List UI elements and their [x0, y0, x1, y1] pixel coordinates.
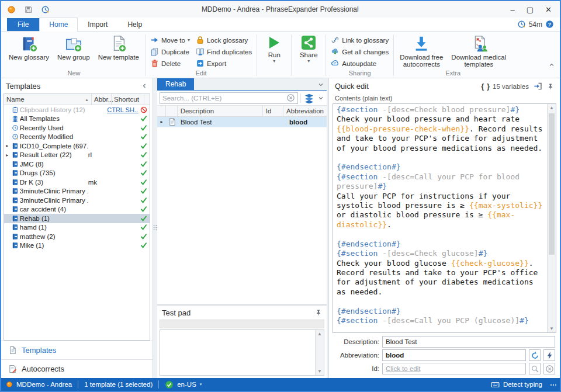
contents-scrollbar[interactable]: ▲▼ — [547, 104, 556, 332]
download-medical-button[interactable]: Rx Download medical templates — [447, 34, 510, 69]
tree-item-name: 3minuteClinic Primary ... — [20, 188, 88, 195]
regenerate-abbreviation-button[interactable] — [529, 349, 541, 361]
enabled-check-icon — [140, 169, 147, 176]
svg-text:?: ? — [548, 22, 551, 27]
status-locale[interactable]: en-US ▾ — [159, 380, 207, 389]
session-clock-icon[interactable] — [517, 20, 526, 29]
download-icon — [413, 35, 430, 53]
template-tree-row[interactable]: Dr K (3)mk — [4, 178, 150, 187]
disabled-icon — [140, 106, 147, 113]
column-shortcut[interactable]: Shortcut — [112, 94, 144, 105]
template-tree-row[interactable]: 3minuteClinic Primary ... — [4, 196, 150, 205]
template-tree-row[interactable]: car accident (4) — [4, 205, 150, 214]
template-tree-row[interactable]: Recently Used — [4, 123, 150, 133]
nav-templates[interactable]: Templates — [1, 341, 153, 359]
detect-typing[interactable]: Detect typing — [503, 381, 542, 388]
autoupdate-button[interactable]: Autoupdate — [328, 58, 392, 69]
description-field[interactable]: Blood Test — [382, 336, 555, 348]
tab-list-dropdown-icon[interactable] — [317, 81, 324, 88]
template-tree-row[interactable]: ▸ICD10_Complete (697... — [4, 141, 150, 151]
new-template-button[interactable]: New template — [94, 34, 143, 62]
column-status — [144, 94, 150, 105]
expand-icon[interactable]: ▸ — [4, 152, 11, 158]
template-tree-row[interactable]: hamd (1) — [4, 223, 150, 233]
template-row-blood-test[interactable]: ▸ Blood Test blood — [157, 117, 327, 127]
new-group-button[interactable]: New group — [53, 34, 94, 62]
search-box[interactable] — [160, 92, 298, 104]
maximize-button[interactable]: ▢ — [527, 5, 534, 14]
template-tree-row[interactable]: Recently Modified — [4, 133, 150, 142]
export-icon — [196, 59, 205, 68]
test-pad-scrollbar[interactable]: ▲▼ — [315, 330, 324, 375]
share-button[interactable]: Share ▾ — [293, 34, 324, 64]
template-tree-row[interactable]: Rehab (1) — [4, 214, 150, 223]
download-autocorrects-button[interactable]: Download free autocorrects — [396, 34, 447, 69]
tab-home[interactable]: Home — [39, 18, 78, 32]
bookb-icon — [12, 206, 19, 213]
tab-import[interactable]: Import — [78, 18, 117, 31]
column-description[interactable]: Description — [178, 106, 263, 116]
search-options-dropdown-icon[interactable] — [317, 95, 324, 102]
duplicate-button[interactable]: Duplicate — [147, 46, 193, 57]
template-tree-row[interactable]: ▸Result Letter (22)rl — [4, 151, 150, 160]
find-duplicates-button[interactable]: Find duplicates — [193, 46, 255, 57]
expand-icon[interactable]: ▸ — [4, 143, 11, 148]
tree-item-shortcut[interactable]: CTRL SH... — [107, 106, 138, 113]
test-pad-input[interactable]: ▲▼ — [160, 329, 324, 376]
column-abbr[interactable]: Abbr... — [92, 94, 112, 105]
variables-count[interactable]: 15 variables — [493, 83, 529, 90]
column-abbreviation[interactable]: Abbreviation — [283, 106, 327, 116]
tree-item-name: hamd (1) — [20, 224, 88, 231]
template-contents-editor[interactable]: {#section -[desc=Check blood pressure]#}… — [333, 103, 556, 333]
glossaries-icon[interactable] — [303, 93, 315, 103]
id-clear-button[interactable] — [543, 363, 555, 374]
abbreviation-suggest-button[interactable] — [543, 349, 555, 361]
template-tree-row[interactable]: 3minuteClinic Primary ... — [4, 187, 150, 196]
run-button[interactable]: Run ▾ — [259, 34, 289, 64]
get-all-changes-button[interactable]: Get all changes — [328, 46, 392, 57]
move-to-button[interactable]: Move to ▾ — [147, 34, 193, 46]
tab-file[interactable]: File — [7, 18, 39, 31]
export-button[interactable]: Export — [193, 58, 255, 69]
column-name[interactable]: Name ▲ — [4, 94, 92, 105]
collapse-panel-icon[interactable] — [141, 82, 148, 89]
bookb-icon — [12, 233, 19, 240]
panel-splitter[interactable] — [153, 78, 157, 378]
help-icon[interactable]: ? — [545, 20, 554, 29]
row-expand-icon[interactable]: ▸ — [157, 119, 166, 124]
id-search-button[interactable] — [529, 363, 541, 374]
new-glossary-button[interactable]: New glossary — [5, 34, 53, 62]
open-editor-icon[interactable] — [534, 82, 542, 91]
clock-icon[interactable] — [41, 5, 50, 14]
tab-help[interactable]: Help — [117, 18, 152, 31]
minimize-button[interactable]: – — [511, 5, 515, 14]
template-tree-row[interactable]: All Templates — [4, 115, 150, 124]
status-profile[interactable]: MDDemo - Andrea — [16, 381, 72, 388]
template-tree-row[interactable]: matthew (2) — [4, 232, 150, 241]
nav-autocorrects[interactable]: Autocorrects — [1, 359, 153, 378]
column-id[interactable]: Id — [263, 106, 283, 116]
search-input[interactable] — [162, 95, 286, 102]
quick-edit-pin-icon[interactable] — [547, 83, 554, 90]
template-tree-row[interactable]: JMC (8) — [4, 159, 150, 169]
close-button[interactable]: ✕ — [545, 5, 552, 14]
delete-button[interactable]: Delete — [147, 58, 193, 69]
enabled-check-icon — [140, 151, 147, 158]
template-tree-row[interactable]: Drugs (735) — [4, 169, 150, 178]
link-to-glossary-button[interactable]: Link to glossary — [328, 34, 392, 46]
template-tree-row[interactable]: Clipboard History (12)CTRL SH... — [4, 105, 150, 115]
id-field[interactable]: Click to edit — [382, 363, 526, 374]
clockb-icon — [12, 124, 19, 131]
magnifier-icon — [531, 365, 539, 373]
template-tree-row[interactable]: Mike (1) — [4, 241, 150, 251]
abbreviation-field[interactable]: blood — [382, 349, 526, 361]
save-icon[interactable] — [24, 5, 33, 14]
glossary-tab-rehab[interactable]: Rehab — [157, 78, 194, 90]
lock-glossary-button[interactable]: Lock glossary — [193, 34, 255, 46]
resize-grip[interactable] — [550, 383, 556, 386]
test-pad-pin-icon[interactable] — [315, 309, 322, 316]
ribbon-collapse-button[interactable] — [548, 61, 555, 68]
clear-search-icon[interactable] — [286, 93, 295, 102]
tree-item-name: Dr K (3) — [20, 179, 88, 186]
group-label-edit: Edit — [147, 69, 255, 78]
